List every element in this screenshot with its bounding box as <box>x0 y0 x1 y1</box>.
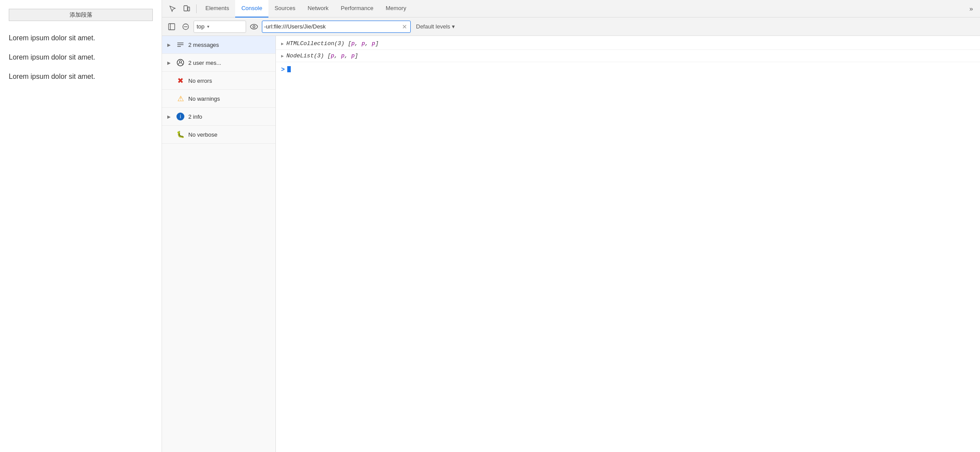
more-tabs-button[interactable]: » <box>966 5 976 12</box>
messages-icon <box>176 40 185 49</box>
context-value: top <box>197 23 204 30</box>
paragraph-2: Lorem ipsum dolor sit amet. <box>9 53 153 61</box>
tab-sources[interactable]: Sources <box>268 0 302 18</box>
console-line-2: ▶ NodeList(3) [p, p, p] <box>276 50 980 62</box>
filter-input[interactable] <box>264 23 401 30</box>
console-sidebar: ▶ 2 messages ▶ <box>162 36 276 452</box>
clear-console-icon[interactable] <box>180 21 192 33</box>
paragraph-3: Lorem ipsum dolor sit amet. <box>9 73 153 81</box>
svg-rect-1 <box>188 7 190 11</box>
svg-point-6 <box>250 24 257 29</box>
info-label: 2 info <box>188 113 202 120</box>
svg-rect-2 <box>169 24 175 30</box>
device-toolbar-icon[interactable] <box>180 2 194 16</box>
all-messages-label: 2 messages <box>188 42 219 48</box>
info-icon: i <box>176 112 185 121</box>
filter-input-wrap: ✕ <box>262 21 411 33</box>
warning-icon: ⚠ <box>176 94 185 103</box>
page-area: 添加段落 Lorem ipsum dolor sit amet. Lorem i… <box>0 0 162 452</box>
sidebar-item-user-messages[interactable]: ▶ 2 user mes... <box>162 54 275 72</box>
console-line1-text: HTMLCollection(3) [p, p, p] <box>286 40 379 47</box>
context-selector[interactable]: top ▾ <box>194 21 246 33</box>
tab-memory[interactable]: Memory <box>380 0 412 18</box>
console-prompt[interactable]: > <box>276 62 980 76</box>
prompt-arrow-icon: > <box>281 66 285 73</box>
show-console-sidebar-icon[interactable] <box>166 21 178 33</box>
console-toolbar: top ▾ ✕ Default levels ▾ <box>162 18 980 36</box>
add-paragraph-button[interactable]: 添加段落 <box>9 9 153 21</box>
verbose-label: No verbose <box>188 131 217 138</box>
sidebar-item-all-messages[interactable]: ▶ 2 messages <box>162 36 275 54</box>
expand-arrow-icon: ▶ <box>167 60 173 65</box>
inspect-element-icon[interactable] <box>166 2 180 16</box>
console-output: ▶ HTMLCollection(3) [p, p, p] ▶ NodeList… <box>276 36 980 452</box>
tab-divider <box>196 4 197 13</box>
expand-arrow-icon: ▶ <box>167 114 173 119</box>
tab-performance[interactable]: Performance <box>335 0 379 18</box>
svg-point-12 <box>180 61 182 63</box>
filter-clear-button[interactable]: ✕ <box>401 23 409 31</box>
default-levels-label: Default levels <box>416 23 450 30</box>
user-messages-label: 2 user mes... <box>188 60 221 66</box>
context-arrow-icon: ▾ <box>207 24 209 29</box>
sidebar-item-errors[interactable]: ✖ No errors <box>162 72 275 90</box>
expand-line1-icon[interactable]: ▶ <box>281 41 284 46</box>
sidebar-item-warnings[interactable]: ⚠ No warnings <box>162 90 275 108</box>
sidebar-item-verbose[interactable]: 🐛 No verbose <box>162 126 275 144</box>
console-line2-text: NodeList(3) [p, p, p] <box>286 53 358 59</box>
error-icon: ✖ <box>176 76 185 85</box>
svg-rect-0 <box>184 6 187 11</box>
warnings-label: No warnings <box>188 95 220 102</box>
tab-console[interactable]: Console <box>235 0 268 18</box>
expand-line2-icon[interactable]: ▶ <box>281 53 284 59</box>
paragraph-1: Lorem ipsum dolor sit amet. <box>9 34 153 42</box>
default-levels-arrow-icon: ▾ <box>452 23 455 30</box>
console-main: ▶ 2 messages ▶ <box>162 36 980 452</box>
default-levels-button[interactable]: Default levels ▾ <box>412 21 458 33</box>
tab-bar: Elements Console Sources Network Perform… <box>162 0 980 18</box>
sidebar-item-info[interactable]: ▶ i 2 info <box>162 108 275 126</box>
prompt-cursor <box>287 66 291 72</box>
expand-arrow-icon: ▶ <box>167 42 173 47</box>
live-expressions-icon[interactable] <box>248 21 260 33</box>
tab-elements[interactable]: Elements <box>199 0 235 18</box>
verbose-icon: 🐛 <box>176 130 185 139</box>
tab-network[interactable]: Network <box>302 0 335 18</box>
devtools-panel: Elements Console Sources Network Perform… <box>162 0 980 452</box>
svg-point-7 <box>253 25 255 28</box>
user-icon <box>176 58 185 67</box>
errors-label: No errors <box>188 78 212 84</box>
console-line-1: ▶ HTMLCollection(3) [p, p, p] <box>276 38 980 50</box>
